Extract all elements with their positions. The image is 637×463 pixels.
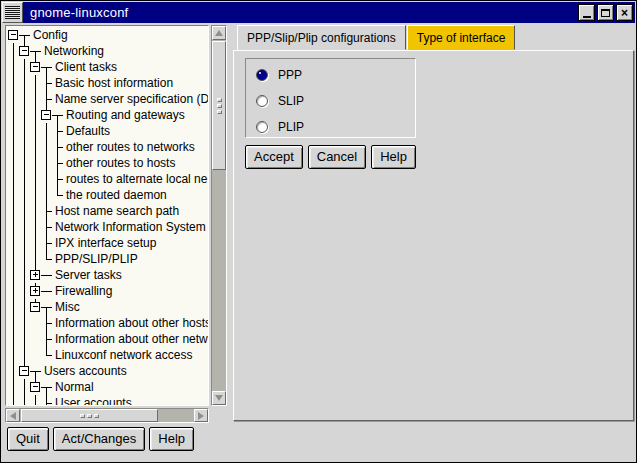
tree-vertical-scrollbar[interactable]: [211, 25, 227, 406]
tree-item-label[interactable]: Basic host information: [55, 76, 173, 90]
tree-collapse-icon[interactable]: [8, 27, 19, 43]
tree-item[interactable]: Host name search path: [8, 203, 208, 219]
tree-item[interactable]: Config: [8, 27, 208, 43]
tree-item[interactable]: Firewalling: [8, 283, 208, 299]
tree-collapse-icon[interactable]: [30, 299, 41, 315]
tree-item[interactable]: other routes to hosts: [8, 155, 208, 171]
tree-item-label[interactable]: Misc: [55, 300, 80, 314]
tree-guide: [41, 219, 52, 235]
tree-guide: [8, 251, 19, 267]
tree-item[interactable]: Information about other netw: [8, 331, 208, 347]
tree-item[interactable]: User accounts: [8, 395, 208, 406]
tree-horizontal-scrollbar[interactable]: [5, 408, 209, 423]
maximize-button[interactable]: [597, 4, 614, 21]
scroll-up-button[interactable]: [212, 26, 226, 40]
tree-item-label[interactable]: Users accounts: [44, 364, 127, 378]
tree-item[interactable]: Normal: [8, 379, 208, 395]
tree-collapse-icon[interactable]: [19, 43, 30, 59]
close-button[interactable]: ×: [616, 4, 633, 21]
tree-item-label[interactable]: routes to alternate local ne: [66, 172, 207, 186]
radio-dot[interactable]: [256, 121, 268, 133]
radio-dot[interactable]: [256, 95, 268, 107]
minimize-button[interactable]: [578, 4, 595, 21]
tree-item-label[interactable]: Routing and gateways: [66, 108, 185, 122]
tree-item-label[interactable]: Network Information System: [55, 220, 206, 234]
tree-item[interactable]: Information about other hosts: [8, 315, 208, 331]
tree-expand-icon[interactable]: [30, 267, 41, 283]
tree-item[interactable]: Basic host information: [8, 75, 208, 91]
help-button[interactable]: Help: [371, 145, 416, 169]
window-menu-button[interactable]: [2, 2, 23, 23]
tree-item[interactable]: Users accounts: [8, 363, 208, 379]
tree-collapse-icon[interactable]: [41, 107, 52, 123]
config-tree-panel[interactable]: ConfigNetworkingClient tasksBasic host i…: [5, 25, 209, 406]
tree-item-label[interactable]: Normal: [55, 380, 94, 394]
window-menu-icon: [5, 6, 20, 19]
scroll-left-button[interactable]: [6, 409, 20, 422]
tree-item[interactable]: other routes to networks: [8, 139, 208, 155]
arrow-up-icon: [215, 30, 223, 36]
tree-collapse-icon[interactable]: [30, 379, 41, 395]
tab-ppp-slip-plip-configurations[interactable]: PPP/Slip/Plip configurations: [237, 25, 406, 50]
tree-guide: [30, 331, 41, 347]
tree-item[interactable]: Defaults: [8, 123, 208, 139]
tree-item-label[interactable]: PPP/SLIP/PLIP: [55, 252, 138, 266]
tree-item[interactable]: routes to alternate local ne: [8, 171, 208, 187]
tree-item[interactable]: Client tasks: [8, 59, 208, 75]
accept-button[interactable]: Accept: [245, 145, 303, 169]
vertical-scrollbar-thumb[interactable]: [212, 41, 226, 170]
tree-item-label[interactable]: Information about other hosts: [55, 316, 209, 330]
tree-item[interactable]: Networking: [8, 43, 208, 59]
tree-item[interactable]: Routing and gateways: [8, 107, 208, 123]
tree-guide: [19, 91, 30, 107]
tree-item-label[interactable]: User accounts: [55, 396, 132, 406]
tree-item[interactable]: Misc: [8, 299, 208, 315]
radio-label: PLIP: [278, 120, 304, 134]
radio-option-plip[interactable]: PLIP: [256, 120, 415, 133]
tab-type-of-interface[interactable]: Type of interface: [407, 25, 516, 50]
tree-guide: [8, 91, 19, 107]
tree-collapse-icon[interactable]: [19, 363, 30, 379]
tree-item-label[interactable]: other routes to hosts: [66, 156, 175, 170]
cancel-button[interactable]: Cancel: [308, 145, 366, 169]
tree-guide: [8, 171, 19, 187]
tree-item-label[interactable]: Firewalling: [55, 284, 112, 298]
tree-item[interactable]: Server tasks: [8, 267, 208, 283]
bottom-help-button[interactable]: Help: [149, 427, 194, 451]
tree-item[interactable]: Linuxconf network access: [8, 347, 208, 363]
tree-item[interactable]: Name server specification (D: [8, 91, 208, 107]
act-changes-button[interactable]: Act/Changes: [53, 427, 145, 451]
tree-item-label[interactable]: Client tasks: [55, 60, 117, 74]
tree-item-label[interactable]: Linuxconf network access: [55, 348, 192, 362]
radio-option-slip[interactable]: SLIP: [256, 94, 415, 107]
tree-item-label[interactable]: other routes to networks: [66, 140, 195, 154]
tree-item-label[interactable]: Networking: [44, 44, 104, 58]
tree-expand-icon[interactable]: [30, 283, 41, 299]
tree-item-label[interactable]: the routed daemon: [66, 188, 167, 202]
tree-item-label[interactable]: Server tasks: [55, 268, 122, 282]
tree-item[interactable]: Network Information System: [8, 219, 208, 235]
tree-guide: [41, 283, 52, 299]
radio-option-ppp[interactable]: PPP: [256, 68, 415, 81]
tree-collapse-icon[interactable]: [30, 59, 41, 75]
titlebar[interactable]: gnome-linuxconf ×: [2, 2, 635, 23]
notebook: PPP/Slip/Plip configurations Type of int…: [233, 25, 634, 421]
tree-item[interactable]: IPX interface setup: [8, 235, 208, 251]
horizontal-scrollbar-thumb[interactable]: [21, 409, 158, 422]
tree-guide: [30, 155, 41, 171]
tree-item-label[interactable]: Host name search path: [55, 204, 179, 218]
tree-item[interactable]: PPP/SLIP/PLIP: [8, 251, 208, 267]
tree-guide: [19, 187, 30, 203]
tree-item-label[interactable]: Defaults: [66, 124, 110, 138]
tree-item-label[interactable]: Name server specification (D: [55, 92, 209, 106]
tree-item-label[interactable]: IPX interface setup: [55, 236, 156, 250]
tree-item-label[interactable]: Information about other netw: [55, 332, 208, 346]
scroll-right-button[interactable]: [194, 409, 208, 422]
tree-item-label[interactable]: Config: [33, 28, 68, 42]
tree-guide: [30, 187, 41, 203]
tree-item[interactable]: the routed daemon: [8, 187, 208, 203]
scroll-down-button[interactable]: [212, 391, 226, 405]
tree-guide: [30, 123, 41, 139]
radio-dot[interactable]: [256, 69, 268, 81]
quit-button[interactable]: Quit: [7, 427, 49, 451]
